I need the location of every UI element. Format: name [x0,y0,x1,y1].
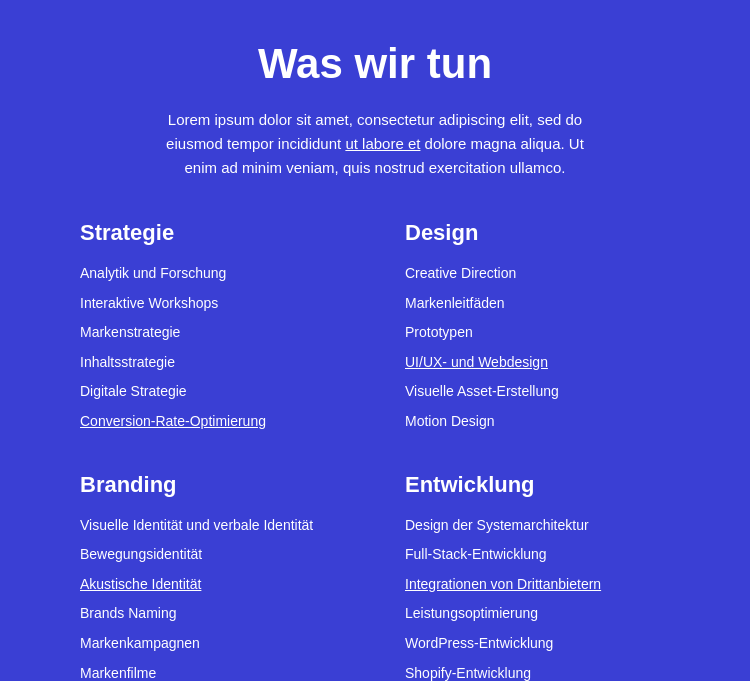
page-wrapper: Was wir tun Lorem ipsum dolor sit amet, … [0,0,750,681]
list-item: Markenkampagnen [80,634,345,654]
list-item: Markenleitfäden [405,294,670,314]
category-items-design: Creative DirectionMarkenleitfädenPrototy… [405,264,670,432]
main-title: Was wir tun [80,40,670,88]
list-item: Full-Stack-Entwicklung [405,545,670,565]
list-item: Inhaltsstrategie [80,353,345,373]
list-item: WordPress-Entwicklung [405,634,670,654]
category-title-entwicklung: Entwicklung [405,472,670,498]
list-item: Design der Systemarchitektur [405,516,670,536]
list-item: Shopify-Entwicklung [405,664,670,681]
list-item: Interaktive Workshops [80,294,345,314]
list-item: Leistungsoptimierung [405,604,670,624]
list-item: Akustische Identität [80,575,345,595]
list-item-link[interactable]: Integrationen von Drittanbietern [405,576,601,592]
list-item: Conversion-Rate-Optimierung [80,412,345,432]
list-item: Visuelle Asset-Erstellung [405,382,670,402]
list-item: Digitale Strategie [80,382,345,402]
list-item: Brands Naming [80,604,345,624]
categories-grid: StrategieAnalytik und ForschungInterakti… [80,220,670,681]
category-items-strategie: Analytik und ForschungInteraktive Worksh… [80,264,345,432]
list-item-link[interactable]: UI/UX- und Webdesign [405,354,548,370]
list-item: Markenfilme [80,664,345,681]
list-item-link[interactable]: Conversion-Rate-Optimierung [80,413,266,429]
category-title-design: Design [405,220,670,246]
list-item: Creative Direction [405,264,670,284]
list-item: Analytik und Forschung [80,264,345,284]
category-title-strategie: Strategie [80,220,345,246]
category-entwicklung: EntwicklungDesign der SystemarchitekturF… [405,472,670,681]
list-item: Visuelle Identität und verbale Identität [80,516,345,536]
category-branding: BrandingVisuelle Identität und verbale I… [80,472,345,681]
list-item-link[interactable]: Akustische Identität [80,576,201,592]
category-title-branding: Branding [80,472,345,498]
list-item: Integrationen von Drittanbietern [405,575,670,595]
category-strategie: StrategieAnalytik und ForschungInterakti… [80,220,345,432]
category-items-entwicklung: Design der SystemarchitekturFull-Stack-E… [405,516,670,681]
list-item: Motion Design [405,412,670,432]
list-item: Prototypen [405,323,670,343]
list-item: UI/UX- und Webdesign [405,353,670,373]
category-design: DesignCreative DirectionMarkenleitfädenP… [405,220,670,432]
header-section: Was wir tun Lorem ipsum dolor sit amet, … [80,40,670,180]
subtitle: Lorem ipsum dolor sit amet, consectetur … [165,108,585,180]
list-item: Bewegungsidentität [80,545,345,565]
category-items-branding: Visuelle Identität und verbale Identität… [80,516,345,681]
list-item: Markenstrategie [80,323,345,343]
